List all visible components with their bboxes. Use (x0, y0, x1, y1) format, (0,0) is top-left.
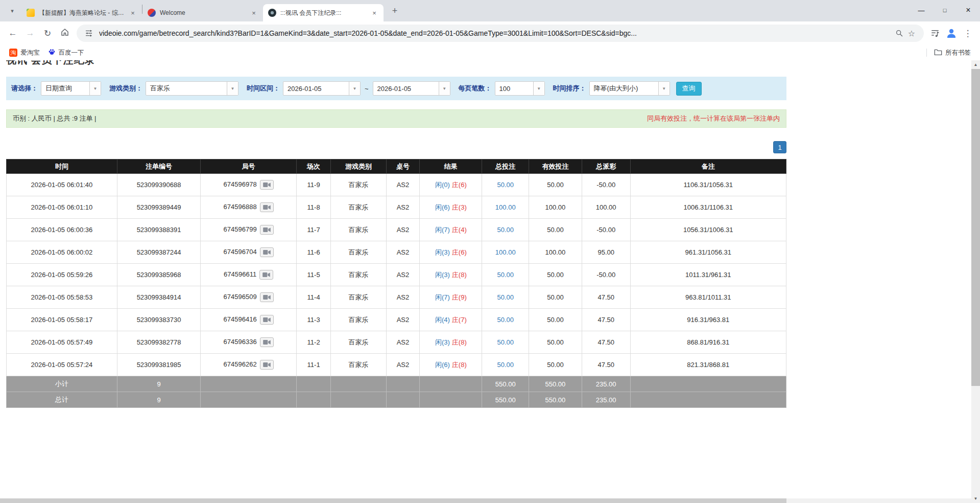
tab-forum[interactable]: 【新提醒】海燕策略论坛 - 综合... × (21, 4, 142, 21)
total-bet-link[interactable]: 50.00 (497, 338, 514, 346)
empty-cell (297, 392, 331, 408)
zoom-icon[interactable] (893, 27, 905, 39)
per-page-select[interactable]: 100 ▼ (495, 81, 545, 96)
result-banker: 庄(4) (452, 226, 467, 234)
video-replay-button[interactable] (260, 337, 274, 347)
vertical-scrollbar[interactable]: ▲ ▼ (971, 60, 980, 503)
refresh-button[interactable]: ↻ (39, 25, 56, 42)
cell-table: AS2 (386, 331, 420, 354)
cell-time: 2026-01-05 06:00:02 (7, 241, 117, 264)
maximize-button[interactable]: □ (933, 0, 957, 20)
cell-valid-bet: 50.00 (529, 354, 582, 376)
game-type-value: 百家乐 (146, 84, 227, 93)
page-title-clipped: 视讯 会员下注纪录 (6, 60, 786, 67)
video-replay-button[interactable] (260, 247, 274, 257)
bookmark-star-icon[interactable]: ☆ (905, 27, 918, 39)
video-replay-button[interactable] (260, 292, 274, 302)
close-window-button[interactable]: × (957, 0, 980, 20)
total-bet-link[interactable]: 100.00 (495, 203, 516, 211)
video-replay-button[interactable] (260, 360, 274, 370)
bookmark-taobao[interactable]: 淘 爱淘宝 (5, 47, 44, 59)
baidu-paw-icon (48, 48, 56, 57)
cell-time: 2026-01-05 06:00:36 (7, 219, 117, 241)
forward-button[interactable]: → (21, 25, 39, 42)
scroll-up-arrow-icon[interactable]: ▲ (971, 60, 980, 69)
empty-cell (630, 376, 786, 392)
grand-total-valid-bet: 550.00 (529, 392, 582, 408)
chevron-down-icon: ▼ (89, 82, 101, 95)
subtotal-payout: 235.00 (582, 376, 630, 392)
summary-bar: 币别 : 人民币 | 总共 :9 注单 | 同局有效投注，统一计算在该局第一张注… (6, 109, 786, 128)
per-page-value: 100 (495, 85, 533, 93)
cell-round: 674596336 (201, 331, 297, 354)
video-replay-button[interactable] (260, 180, 274, 190)
date-end-select[interactable]: 2026-01-05 ▼ (373, 81, 450, 96)
cell-round: 674596611 (201, 264, 297, 286)
bookmark-baidu[interactable]: 百度一下 (44, 47, 88, 59)
total-bet-link[interactable]: 50.00 (497, 181, 514, 189)
close-icon[interactable]: × (250, 9, 258, 17)
tab-search-button[interactable]: ▾ (5, 4, 19, 18)
bookmarks-divider (926, 49, 927, 57)
cell-session: 11-5 (297, 264, 331, 286)
query-mode-select[interactable]: 日期查询 ▼ (41, 81, 101, 96)
vertical-scroll-thumb[interactable] (971, 69, 980, 386)
close-icon[interactable]: × (370, 9, 378, 17)
bookmark-label: 百度一下 (59, 49, 84, 57)
cell-valid-bet: 50.00 (529, 331, 582, 354)
total-bet-link[interactable]: 50.00 (497, 361, 514, 369)
page-title: 视讯 会员下注纪录 (6, 60, 786, 67)
cell-game-type: 百家乐 (331, 196, 386, 219)
tab-welcome[interactable]: Welcome × (142, 4, 263, 21)
cell-result: 闲(3)庄(6) (420, 241, 482, 264)
url-text[interactable]: videoie.com/game/betrecord_search/kind3?… (99, 29, 889, 37)
new-tab-button[interactable]: + (388, 4, 402, 18)
site-settings-icon[interactable] (83, 27, 95, 39)
total-bet-link[interactable]: 50.00 (497, 316, 514, 324)
cell-payout: 47.50 (582, 309, 630, 331)
cell-session: 11-7 (297, 219, 331, 241)
col-header-time: 时间 (7, 159, 117, 174)
media-controls-icon[interactable] (927, 25, 943, 41)
browser-window: ▾ 【新提醒】海燕策略论坛 - 综合... × Welcome × :::视讯 … (0, 0, 980, 503)
tab-betrecord-active[interactable]: :::视讯 会员下注纪录::: × (263, 4, 384, 21)
cell-valid-bet: 50.00 (529, 174, 582, 196)
date-start-value: 2026-01-05 (283, 85, 349, 93)
chevron-down-icon: ▼ (658, 82, 670, 95)
total-bet-link[interactable]: 50.00 (497, 293, 514, 301)
home-button[interactable] (56, 25, 74, 42)
date-start-select[interactable]: 2026-01-05 ▼ (283, 81, 361, 96)
profile-avatar[interactable] (943, 25, 960, 41)
cell-total-bet: 50.00 (482, 219, 529, 241)
all-bookmarks-button[interactable]: 所有书签 (930, 47, 975, 59)
sort-select[interactable]: 降幂(由大到小) ▼ (589, 81, 670, 96)
address-bar[interactable]: videoie.com/game/betrecord_search/kind3?… (77, 25, 924, 42)
empty-cell (420, 376, 482, 392)
folder-icon (934, 49, 942, 57)
close-icon[interactable]: × (129, 9, 137, 17)
horizontal-scrollbar[interactable] (0, 498, 971, 503)
minimize-button[interactable]: — (910, 0, 933, 20)
page-button-1[interactable]: 1 (773, 141, 786, 153)
tab-title: Welcome (160, 9, 246, 16)
video-replay-button[interactable] (260, 225, 274, 235)
game-type-select[interactable]: 百家乐 ▼ (146, 81, 238, 96)
video-replay-button[interactable] (260, 315, 274, 325)
menu-icon[interactable]: ⋮ (960, 25, 976, 41)
total-bet-link[interactable]: 50.00 (497, 226, 514, 234)
video-replay-button[interactable] (259, 270, 273, 280)
result-player: 闲(6) (435, 361, 450, 369)
grand-total-payout: 235.00 (582, 392, 630, 408)
cell-payout: 47.50 (582, 331, 630, 354)
total-bet-link[interactable]: 50.00 (497, 271, 514, 279)
cell-round: 674596888 (201, 196, 297, 219)
table-header-row: 时间 注单编号 局号 场次 游戏类别 桌号 结果 总投注 有效投注 总派彩 备注 (7, 159, 786, 174)
search-button[interactable]: 查询 (676, 82, 702, 96)
horizontal-scroll-thumb[interactable] (0, 498, 786, 503)
cell-valid-bet: 50.00 (529, 219, 582, 241)
scroll-down-arrow-icon[interactable]: ▼ (971, 494, 980, 503)
col-header-note: 备注 (630, 159, 786, 174)
back-button[interactable]: ← (4, 25, 21, 42)
total-bet-link[interactable]: 100.00 (495, 248, 516, 256)
video-replay-button[interactable] (260, 202, 274, 212)
